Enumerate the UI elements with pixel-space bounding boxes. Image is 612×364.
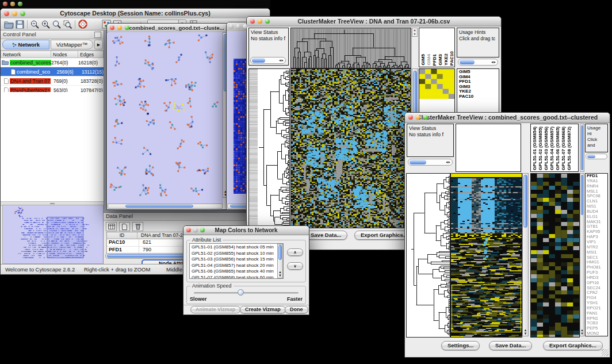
titlebar[interactable]: ClusterMaker TreeView : DNA and Tran 07-… — [247, 17, 501, 26]
scrollbar-thumb[interactable] — [278, 245, 282, 260]
zoom-heatmap[interactable] — [419, 69, 454, 99]
titlebar[interactable]: Map Colors to Network — [183, 226, 309, 235]
resize-grip[interactable] — [602, 349, 609, 356]
heatmap-vscrollbar[interactable]: ▲▼ — [522, 173, 529, 336]
close-icon[interactable] — [250, 19, 255, 24]
zoom-window-icon[interactable] — [243, 24, 247, 29]
minimize-icon[interactable] — [193, 228, 198, 232]
zoom-out-icon[interactable] — [29, 19, 40, 29]
minimize-icon[interactable] — [236, 24, 240, 29]
scrollbar-thumb[interactable] — [523, 175, 527, 228]
attribute-item[interactable]: GPL51-03 (GSM856) heat shock 15 min — [192, 256, 283, 263]
scrollbar-thumb[interactable] — [410, 160, 426, 164]
gene-label[interactable]: MON2 — [587, 331, 607, 336]
tab-vizmapper[interactable]: VizMapper™ — [51, 40, 93, 49]
zoom-window-icon[interactable] — [18, 2, 22, 6]
minimize-icon[interactable] — [117, 25, 122, 30]
settings-button[interactable]: Settings... — [441, 341, 480, 350]
attribute-list-scrollbar[interactable]: ▲▼ — [277, 244, 283, 278]
titlebar[interactable]: ClusterMaker TreeView : combined_scores_… — [405, 113, 610, 123]
zoom-window-icon[interactable] — [423, 115, 428, 120]
minimize-icon[interactable] — [10, 2, 15, 6]
scrollbar-thumb[interactable] — [460, 60, 475, 64]
close-icon[interactable] — [3, 2, 7, 6]
speed-slider-thumb[interactable] — [238, 289, 244, 296]
scrollbar-arrows[interactable]: ◂▸ — [279, 58, 284, 63]
column-dendrogram[interactable] — [290, 28, 411, 68]
scrollbar-thumb[interactable] — [252, 58, 265, 63]
float-panel-icon[interactable] — [94, 32, 101, 38]
row-dendrogram[interactable] — [406, 173, 450, 338]
delete-attribute-trash-icon[interactable] — [132, 222, 143, 231]
scrollbar-arrows[interactable]: ▲▼ — [278, 270, 282, 277]
open-file-icon[interactable] — [3, 19, 14, 29]
done-button[interactable]: Done — [285, 306, 308, 313]
table-row[interactable]: combined_scores_ 2764(0) 16218(0) — [1, 58, 104, 67]
close-icon[interactable] — [186, 228, 191, 232]
speed-slider-track[interactable] — [194, 292, 299, 294]
attribute-item[interactable]: GPL51-06 (GSM865) heat shock 40 min — [192, 269, 283, 275]
global-heatmap[interactable] — [450, 173, 522, 338]
genes-vscrollbar[interactable]: ▲▼ — [580, 173, 584, 336]
zoom-window-icon[interactable] — [265, 19, 270, 24]
save-data-button[interactable]: Save Data... — [489, 341, 532, 350]
col-id[interactable]: ID — [107, 232, 137, 239]
help-lifering-icon[interactable] — [77, 19, 88, 29]
zoom-window-icon[interactable] — [20, 11, 25, 16]
zoom-selected-icon[interactable] — [62, 19, 73, 29]
scrollbar-thumb[interactable] — [581, 175, 583, 215]
attribute-item[interactable]: GPL51-07 (GSM868) heat shock 60 min — [192, 275, 283, 279]
close-icon[interactable] — [408, 115, 413, 120]
pane-arrows[interactable]: ▲▼ — [412, 28, 418, 37]
table-row[interactable]: DNA and Tran 07 769(0) 183728(0) — [1, 76, 104, 86]
network-canvas[interactable] — [108, 32, 223, 204]
scrollbar-thumb[interactable] — [581, 125, 583, 170]
attribute-list[interactable]: GPL51-01 (GSM854) heat shock 05 minGPL51… — [189, 243, 284, 279]
zoom-heatmap[interactable] — [530, 173, 580, 338]
titlebar[interactable]: combined_scores_good.txt--cluste... — [107, 24, 229, 33]
usage-hints-scrollbar[interactable] — [586, 154, 607, 159]
minimize-icon[interactable] — [258, 19, 262, 24]
close-icon[interactable] — [4, 11, 9, 16]
move-up-button[interactable]: ∧ — [287, 248, 303, 256]
col-edges[interactable]: Edges — [78, 51, 104, 58]
minimize-icon[interactable] — [416, 115, 420, 120]
zoom-in-icon[interactable] — [40, 19, 51, 29]
scrollbar-arrows[interactable]: ◂▸ — [446, 159, 451, 165]
attribute-item[interactable]: GPL51-04 (GSM857) heat shock 20 min — [192, 263, 283, 269]
tab-overflow-button[interactable]: ▶ — [94, 40, 103, 49]
scrollbar-arrows[interactable]: ◂▸ — [491, 59, 496, 65]
birdseye-view[interactable] — [2, 205, 104, 264]
row-label[interactable]: PAC10 — [459, 94, 499, 99]
attribute-item[interactable]: GPL51-01 (GSM854) heat shock 05 min — [192, 244, 283, 251]
col-network[interactable]: Network — [1, 51, 51, 58]
labels-vscrollbar[interactable] — [580, 124, 584, 172]
select-attributes-icon[interactable] — [106, 222, 117, 231]
scrollbar-thumb[interactable] — [587, 155, 595, 158]
col-nodes[interactable]: Nodes — [51, 51, 78, 58]
network-hscrollbar[interactable] — [108, 204, 223, 209]
save-data-button[interactable]: Save Data... — [304, 231, 347, 240]
zoom-fit-icon[interactable] — [51, 19, 62, 29]
create-vizmap-button[interactable]: Create Vizmap — [240, 306, 286, 313]
save-icon[interactable] — [14, 19, 25, 29]
scrollbar-thumb[interactable] — [125, 205, 193, 208]
tab-network[interactable]: Network — [2, 40, 49, 49]
export-graphics-button[interactable]: Export Graphics... — [543, 341, 603, 350]
table-row-selected[interactable]: combined_sco 2569(6) 13112(15) — [1, 67, 104, 76]
zoom-window-icon[interactable] — [200, 228, 205, 232]
row-dendrogram[interactable] — [248, 68, 290, 228]
view-status-scrollbar[interactable]: ◂▸ — [408, 159, 453, 166]
titlebar[interactable]: Cytoscape Desktop (Session Name: collins… — [1, 9, 270, 19]
close-icon[interactable] — [110, 25, 114, 30]
view-status-scrollbar[interactable]: ◂▸ — [250, 57, 286, 64]
move-down-button[interactable]: ∨ — [287, 262, 303, 270]
new-attribute-icon[interactable] — [119, 222, 130, 231]
minimize-icon[interactable] — [12, 11, 17, 16]
zoom-window-icon[interactable] — [125, 25, 129, 30]
usage-hints-scrollbar[interactable]: ◂▸ — [458, 59, 498, 66]
attribute-item[interactable]: GPL51-02 (GSM855) heat shock 10 min — [192, 251, 283, 257]
scrollbar-arrows[interactable]: ▲▼ — [523, 328, 528, 335]
scrollbar-arrows[interactable]: ▲▼ — [580, 328, 584, 335]
close-icon[interactable] — [229, 24, 234, 29]
